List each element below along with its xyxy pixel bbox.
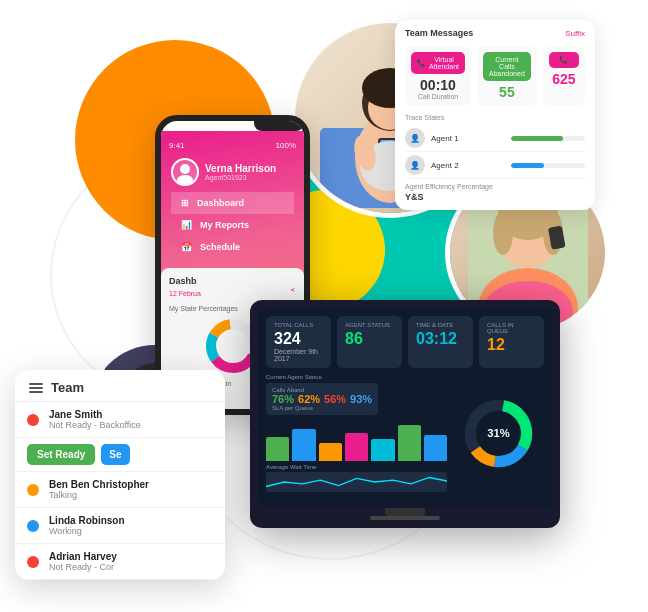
bar-2 xyxy=(292,429,315,461)
agent-info-jane: Jane Smith Not Ready - Backoffice xyxy=(49,409,213,430)
metric-sub-date: December 9th 2017 xyxy=(274,348,323,362)
monitor-bottom: Current Agent Status Calls Aband 76% 62%… xyxy=(266,374,544,492)
reports-icon: 📊 xyxy=(181,220,192,230)
list-item: Jane Smith Not Ready - Backoffice xyxy=(15,402,225,438)
list-item: Ben Ben Christopher Talking xyxy=(15,472,225,508)
metric-label-queue: CALLS IN QUEUE xyxy=(487,322,536,334)
duration-label: Virtual Attendant xyxy=(429,56,459,70)
bar-chart xyxy=(266,421,447,461)
phone-user-name: Verna Harrison xyxy=(205,163,276,174)
mini-val-3: 56% xyxy=(324,393,346,405)
tdc-trace-label: Trace States xyxy=(405,114,585,121)
metric-label-agent: AGENT STATUS xyxy=(345,322,394,328)
mini-vals: 76% 62% 56% 93% xyxy=(272,393,372,405)
hamburger-line-2 xyxy=(29,387,43,389)
mini-metric-1: Calls Aband 76% 62% 56% 93% SLA per Queu… xyxy=(266,383,378,415)
mini-val-2: 62% xyxy=(298,393,320,405)
list-item: Linda Robinson Working xyxy=(15,508,225,544)
agent-dot-ben xyxy=(27,484,39,496)
monitor-card: TOTAL CALLS 324 December 9th 2017 AGENT … xyxy=(250,300,560,528)
monitor-base xyxy=(370,516,440,520)
set-ready-button[interactable]: Set Ready xyxy=(27,444,95,465)
agent-status-jane: Not Ready - Backoffice xyxy=(49,420,213,430)
phone-user-id: Agent501923 xyxy=(205,174,276,181)
monitor-metric-calls: TOTAL CALLS 324 December 9th 2017 xyxy=(266,316,331,368)
agent-name-ben: Ben Ben Christopher xyxy=(49,479,213,490)
top-dashboard-card: Team Messages Suffix 📞 Virtual Attendant… xyxy=(395,20,595,210)
agent-status-ben: Talking xyxy=(49,490,213,500)
phone-menu-reports[interactable]: 📊 My Reports xyxy=(171,214,294,236)
mini-val-4: 93% xyxy=(350,393,372,405)
metric-label-calls: TOTAL CALLS xyxy=(274,322,323,328)
tdc-progress-fill-2 xyxy=(511,163,544,168)
bar-1 xyxy=(266,437,289,461)
phone-menu-schedule[interactable]: 📅 Schedule xyxy=(171,236,294,258)
current-calls-label: Current Calls Abandoned xyxy=(489,56,525,77)
phone-time: 9:41 xyxy=(169,141,185,150)
monitor-top-bar: TOTAL CALLS 324 December 9th 2017 AGENT … xyxy=(266,316,544,368)
phone-avatar-row: Verna Harrison Agent501923 xyxy=(171,158,294,186)
team-card: Team Jane Smith Not Ready - Backoffice S… xyxy=(15,370,225,580)
phone-notch xyxy=(254,121,304,131)
phone-menu-dashboard[interactable]: ⊞ Dashboard xyxy=(171,192,294,214)
bar-4 xyxy=(345,433,368,461)
svg-point-25 xyxy=(180,164,190,174)
monitor-donut-section: 31% xyxy=(453,374,544,492)
monitor-metric-time: TIME & DATE 03:12 xyxy=(408,316,473,368)
monitor-metric-queue: CALLS IN QUEUE 12 xyxy=(479,316,544,368)
current-agent-label: Current Agent Status xyxy=(266,374,447,380)
agent-info-adrian: Adrian Harvey Not Ready - Cor xyxy=(49,551,213,572)
avg-wait-label: Average Wait Time xyxy=(266,464,447,470)
metric-value-agent: 86 xyxy=(345,330,394,348)
agent-dot-linda xyxy=(27,520,39,532)
bar-6 xyxy=(398,425,421,461)
tdc-agent-row-2: 👤 Agent 2 xyxy=(405,152,585,179)
agent-info-ben: Ben Ben Christopher Talking xyxy=(49,479,213,500)
metric-value-calls: 324 xyxy=(274,330,323,348)
svg-point-26 xyxy=(177,175,193,184)
bar-5 xyxy=(371,439,394,461)
avg-wait-chart xyxy=(266,472,447,492)
hamburger-line-1 xyxy=(29,383,43,385)
phone-icon: 📞 xyxy=(417,59,426,67)
agent-info-linda: Linda Robinson Working xyxy=(49,515,213,536)
tdc-duration-lbl: Call Duration xyxy=(411,93,465,100)
tdc-subtitle: Suffix xyxy=(565,29,585,38)
monitor-bars-section: Current Agent Status Calls Aband 76% 62%… xyxy=(266,374,447,492)
set-ready-row: Set Ready Se xyxy=(15,438,225,472)
tdc-calls-val: 55 xyxy=(483,84,531,100)
agent-status-adrian: Not Ready - Cor xyxy=(49,562,213,572)
sla-label: SLA per Queue xyxy=(272,405,372,411)
monitor-metric-agent: AGENT STATUS 86 xyxy=(337,316,402,368)
tdc-efficiency-label: Agent Efficiency Percentage xyxy=(405,183,585,190)
agent-name-jane: Jane Smith xyxy=(49,409,213,420)
agent-dot-adrian xyxy=(27,556,39,568)
agent-name-christopher: Ben Christopher xyxy=(71,479,149,490)
reports-label: My Reports xyxy=(200,220,249,230)
phone-dash-date: 12 Februa xyxy=(169,290,201,297)
schedule-label: Schedule xyxy=(200,242,240,252)
schedule-icon: 📅 xyxy=(181,242,192,252)
set-button[interactable]: Se xyxy=(101,444,129,465)
main-scene: Team Messages Suffix 📞 Virtual Attendant… xyxy=(0,0,648,612)
dashboard-icon: ⊞ xyxy=(181,198,189,208)
mini-metrics-row: Calls Aband 76% 62% 56% 93% SLA per Queu… xyxy=(266,383,447,415)
tdc-progress-fill-1 xyxy=(511,136,563,141)
hamburger-line-3 xyxy=(29,391,43,393)
metric-value-queue: 12 xyxy=(487,336,536,354)
bar-3 xyxy=(319,443,342,461)
tdc-agent-avatar-2: 👤 xyxy=(405,155,425,175)
tdc-title: Team Messages xyxy=(405,28,473,38)
svg-point-14 xyxy=(493,211,513,255)
tdc-duration-val: 00:10 xyxy=(411,77,465,93)
bar-7 xyxy=(424,435,447,461)
phone-menu: ⊞ Dashboard 📊 My Reports 📅 Schedule xyxy=(171,192,294,258)
tdc-metric-calls: Current Calls Abandoned 55 xyxy=(477,46,537,106)
list-item: Adrian Harvey Not Ready - Cor xyxy=(15,544,225,580)
phone-header: Verna Harrison Agent501923 ⊞ Dashboard 📊… xyxy=(161,152,304,264)
metric-value-time: 03:12 xyxy=(416,330,465,348)
phone-battery: 100% xyxy=(276,141,296,150)
tdc-metric-duration: 📞 Virtual Attendant 00:10 Call Duration xyxy=(405,46,471,106)
hamburger-icon xyxy=(29,383,43,393)
phone-status-bar: 9:41 100% xyxy=(161,139,304,152)
